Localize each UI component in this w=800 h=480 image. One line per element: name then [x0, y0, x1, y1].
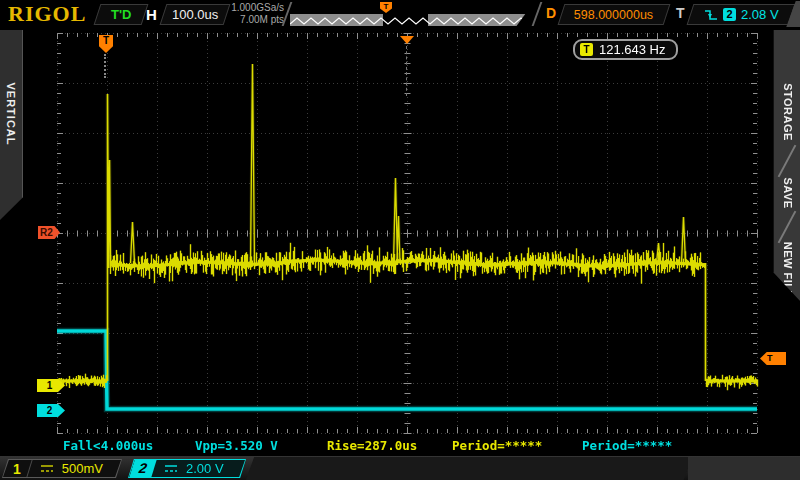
bottom-bar: 1 500mV 2 2.00 V 11:00 [0, 455, 800, 480]
measurement-fall: Fall<4.000us [63, 438, 153, 453]
freq-counter-trigger-icon: T [580, 43, 593, 56]
measurement-vpp: Vpp=3.520 V [195, 438, 278, 453]
bottombar-panel [246, 457, 692, 480]
frequency-counter: T 121.643 Hz [573, 39, 678, 60]
waveform-thumbnail[interactable] [290, 13, 526, 26]
ch1-dc-coupling-icon [40, 464, 54, 473]
trigger-label: T [676, 5, 685, 21]
menu-item-save[interactable]: SAVE [782, 177, 794, 208]
storage-menu-tab: STORAGE SAVE NEW FILE [773, 30, 800, 302]
delay-value: 598.000000us [574, 8, 653, 22]
header-divider [532, 2, 543, 26]
thumbnail-trigger-icon[interactable]: T [380, 2, 392, 13]
vertical-menu-tab[interactable]: VERTICAL [0, 30, 23, 220]
measurement-period1: Period=***** [452, 438, 542, 453]
memory-depth: 7.00M pts [224, 14, 284, 26]
header-bar: RIGOL T'D H 100.0us 1.000GSa/s 7.00M pts… [0, 0, 800, 28]
ch2-settings-badge[interactable]: 2 2.00 V [128, 459, 246, 478]
rigol-logo: RIGOL [8, 1, 86, 27]
ch2-dc-coupling-icon [164, 464, 178, 473]
ch1-settings-badge[interactable]: 1 500mV [2, 459, 122, 478]
scope-display [0, 0, 800, 480]
trigger-position-line [104, 54, 106, 78]
trigger-status: T'D [111, 7, 131, 22]
timebase-value: 100.0us [172, 7, 218, 22]
menu-item-storage[interactable]: STORAGE [782, 83, 794, 141]
delay-badge: 598.000000us [558, 4, 671, 25]
trigger-source-badge: 2 [723, 8, 736, 21]
ch1-scale: 500mV [62, 461, 103, 476]
measurement-rise: Rise=287.0us [327, 438, 417, 453]
ch2-scale: 2.00 V [186, 461, 224, 476]
ch1-number: 1 [13, 461, 21, 477]
horizontal-label: H [146, 6, 157, 23]
trigger-level-value: 2.08 V [741, 7, 779, 22]
delay-position-marker[interactable] [400, 36, 414, 44]
menu-divider [778, 145, 797, 178]
trigger-status-badge: T'D [94, 4, 149, 25]
delay-label: D [546, 5, 556, 21]
sample-rate: 1.000GSa/s [224, 2, 284, 14]
freq-counter-value: 121.643 Hz [599, 42, 666, 57]
falling-edge-icon [704, 9, 718, 21]
bottombar-panel [688, 457, 800, 480]
trigger-badge: 2 2.08 V [687, 4, 796, 25]
acquisition-info: 1.000GSa/s 7.00M pts [224, 2, 284, 26]
menu-divider [778, 211, 797, 244]
timebase-badge: 100.0us [160, 4, 231, 25]
delay-position-line [406, 46, 407, 96]
measurement-period2: Period=***** [582, 438, 672, 453]
vertical-menu-label: VERTICAL [5, 82, 17, 145]
